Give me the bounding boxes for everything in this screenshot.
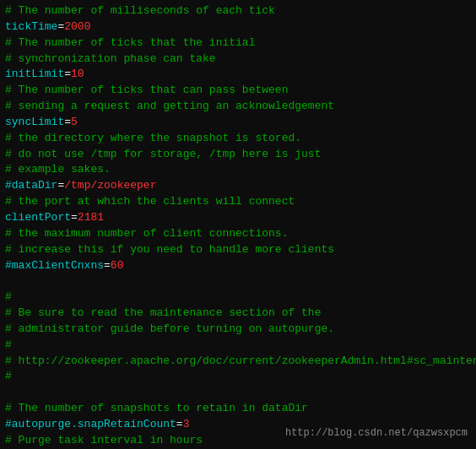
line-item: # Be sure to read the maintenance sectio… <box>5 306 471 322</box>
line-item: # The number of ticks that the initial <box>5 35 471 51</box>
code-editor: # The number of milliseconds of each tic… <box>0 0 476 449</box>
line-item: #dataDir=/tmp/zookeeper <box>5 178 471 194</box>
line-item: # <box>5 338 471 354</box>
line-item: # increase this if you need to handle mo… <box>5 242 471 258</box>
line-item: # the directory where the snapshot is st… <box>5 131 471 147</box>
line-item: # do not use /tmp for storage, /tmp here… <box>5 147 471 163</box>
line-item: # http://zookeeper.apache.org/doc/curren… <box>5 354 471 370</box>
line-item: initLimit=10 <box>5 67 471 83</box>
line-item: # synchronization phase can take <box>5 51 471 68</box>
line-item: # administrator guide before turning on … <box>5 322 471 338</box>
line-item: # example sakes. <box>5 162 471 178</box>
line-item: syncLimit=5 <box>5 115 471 131</box>
line-item: clientPort=2181 <box>5 210 471 226</box>
line-item: # the port at which the clients will con… <box>5 194 471 210</box>
line-item: #maxClientCnxns=60 <box>5 258 471 274</box>
watermark: http://blog.csdn.net/qazwsxpcm <box>285 427 468 439</box>
line-item: # The number of milliseconds of each tic… <box>5 3 471 19</box>
line-item: # <box>5 369 471 385</box>
line-item: # The number of ticks that can pass betw… <box>5 83 471 99</box>
line-item: # the maximum number of client connectio… <box>5 226 471 242</box>
line-item <box>5 385 471 401</box>
line-item <box>5 273 471 289</box>
line-item: # The number of snapshots to retain in d… <box>5 401 471 417</box>
line-item: # <box>5 289 471 306</box>
line-item: # sending a request and getting an ackno… <box>5 99 471 115</box>
line-item: tickTime=2000 <box>5 19 471 35</box>
